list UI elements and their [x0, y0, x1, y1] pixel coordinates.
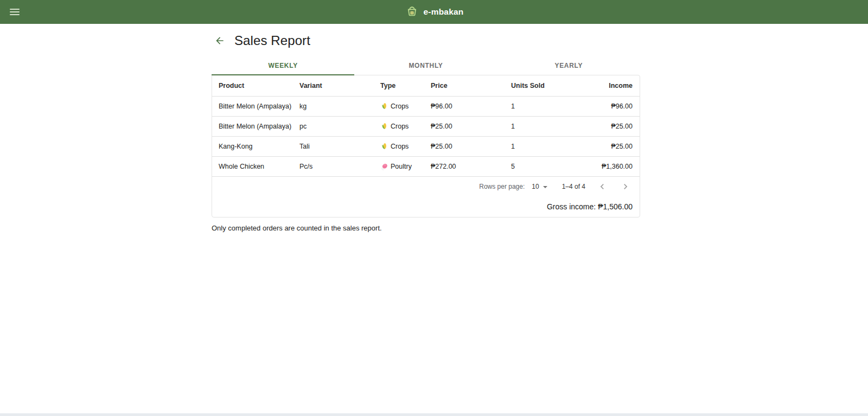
gross-income-value: ₱1,506.00	[598, 202, 633, 211]
type-label: Crops	[391, 123, 409, 130]
report-footnote: Only completed orders are counted in the…	[212, 224, 640, 232]
column-header-type: Type	[380, 82, 431, 89]
type-cell: Poultry	[380, 163, 431, 170]
product-cell: Kang-Kong	[219, 143, 299, 150]
corn-emoji-icon	[380, 123, 388, 130]
app-logo: e-mbakan	[405, 4, 464, 21]
table-header-row: Product Variant Type Price Units Sold In…	[212, 75, 640, 97]
period-tabs: WEEKLY MONTHLY YEARLY	[212, 56, 640, 75]
product-cell: Bitter Melon (Ampalaya)	[219, 103, 299, 110]
type-cell: Crops	[380, 123, 431, 130]
income-cell: ₱1,360.00	[592, 163, 633, 170]
units-sold-cell: 1	[511, 103, 592, 110]
chevron-left-icon	[597, 181, 608, 192]
tab-yearly-label: YEARLY	[554, 62, 583, 69]
variant-cell: Tali	[299, 143, 380, 150]
type-cell: Crops	[380, 103, 431, 110]
income-cell: ₱25.00	[592, 143, 633, 150]
page-title: Sales Report	[234, 33, 310, 48]
units-sold-cell: 1	[511, 143, 592, 150]
meat-emoji-icon	[380, 163, 388, 170]
column-header-price: Price	[431, 82, 511, 89]
variant-cell: Pc/s	[299, 163, 380, 170]
tab-monthly-label: MONTHLY	[409, 62, 443, 69]
gross-income-label: Gross income:	[547, 202, 596, 211]
price-cell: ₱96.00	[431, 103, 511, 110]
table-row: Whole Chicken Pc/s Poultry ₱272.00 5 ₱1,…	[212, 157, 640, 177]
app-title: e-mbakan	[424, 7, 464, 17]
column-header-variant: Variant	[299, 82, 380, 89]
product-cell: Bitter Melon (Ampalaya)	[219, 123, 299, 130]
rows-per-page-select[interactable]: 10	[532, 183, 547, 190]
tab-yearly[interactable]: YEARLY	[497, 56, 640, 75]
pagination-bar: Rows per page: 10 1–4 of 4	[212, 177, 640, 196]
income-cell: ₱25.00	[592, 123, 633, 130]
pagination-range: 1–4 of 4	[562, 183, 585, 190]
column-header-units-sold: Units Sold	[511, 82, 592, 89]
table-row: Kang-Kong Tali Crops ₱25.00 1 ₱25.00	[212, 137, 640, 157]
arrow-left-icon	[214, 35, 225, 46]
next-page-button[interactable]	[619, 180, 632, 193]
column-header-income: Income	[592, 82, 633, 89]
type-label: Crops	[391, 103, 409, 110]
horizontal-scrollbar[interactable]	[0, 413, 868, 416]
units-sold-cell: 1	[511, 123, 592, 130]
table-row: Bitter Melon (Ampalaya) kg Crops ₱96.00 …	[212, 97, 640, 117]
variant-cell: kg	[299, 103, 380, 110]
type-label: Poultry	[391, 163, 412, 170]
page-header: Sales Report	[212, 30, 640, 52]
product-cell: Whole Chicken	[219, 163, 299, 170]
corn-emoji-icon	[380, 103, 388, 110]
previous-page-button[interactable]	[596, 180, 609, 193]
type-label: Crops	[391, 143, 409, 150]
type-cell: Crops	[380, 143, 431, 150]
back-button[interactable]	[213, 34, 227, 48]
main-content: Sales Report WEEKLY MONTHLY YEARLY Produ…	[212, 30, 640, 232]
tab-weekly-label: WEEKLY	[268, 62, 297, 69]
chevron-right-icon	[620, 181, 631, 192]
table-body: Bitter Melon (Ampalaya) kg Crops ₱96.00 …	[212, 97, 640, 177]
price-cell: ₱272.00	[431, 163, 511, 170]
income-cell: ₱96.00	[592, 103, 633, 110]
menu-button[interactable]	[9, 5, 23, 19]
rows-per-page-label: Rows per page:	[479, 183, 525, 190]
chevron-down-icon	[543, 186, 547, 188]
column-header-product: Product	[219, 82, 299, 89]
units-sold-cell: 5	[511, 163, 592, 170]
sales-table-card: Product Variant Type Price Units Sold In…	[212, 75, 640, 217]
price-cell: ₱25.00	[431, 123, 511, 130]
tab-weekly[interactable]: WEEKLY	[212, 56, 354, 75]
tab-monthly[interactable]: MONTHLY	[354, 56, 497, 75]
price-cell: ₱25.00	[431, 143, 511, 150]
app-bar: e-mbakan	[0, 0, 868, 24]
basket-icon	[405, 4, 419, 21]
table-row: Bitter Melon (Ampalaya) pc Crops ₱25.00 …	[212, 117, 640, 137]
rows-per-page-value: 10	[532, 183, 539, 190]
gross-income-row: Gross income: ₱1,506.00	[212, 196, 640, 217]
corn-emoji-icon	[380, 143, 388, 150]
variant-cell: pc	[299, 123, 380, 130]
